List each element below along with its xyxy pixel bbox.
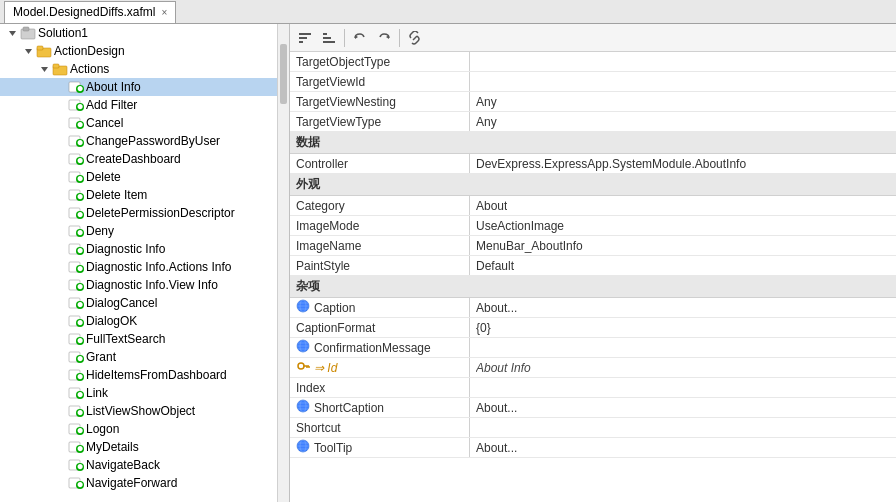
expand-icon-changepasswordbyuser[interactable] bbox=[52, 133, 68, 149]
tree-item-hideitemsfromdashboard[interactable]: ●HideItemsFromDashboard bbox=[0, 366, 277, 384]
sort-desc-button[interactable] bbox=[318, 27, 340, 49]
tree-item-changepasswordbyuser[interactable]: ●ChangePasswordByUser bbox=[0, 132, 277, 150]
expand-icon-diagnosticinfo[interactable] bbox=[52, 241, 68, 257]
prop-row-captionformat[interactable]: CaptionFormat{0} bbox=[290, 318, 896, 338]
tree-scroll-thumb[interactable] bbox=[280, 44, 287, 104]
prop-row-category[interactable]: CategoryAbout bbox=[290, 196, 896, 216]
expand-icon-actions[interactable] bbox=[36, 61, 52, 77]
expand-icon-createdashboard[interactable] bbox=[52, 151, 68, 167]
prop-row-shortcaption[interactable]: ShortCaptionAbout... bbox=[290, 398, 896, 418]
tree-item-navigateback[interactable]: ●NavigateBack bbox=[0, 456, 277, 474]
expand-icon-logon[interactable] bbox=[52, 421, 68, 437]
prop-row-imagename[interactable]: ImageNameMenuBar_AboutInfo bbox=[290, 236, 896, 256]
tree-item-aboutinfo[interactable]: ●About Info bbox=[0, 78, 277, 96]
tree-item-link[interactable]: ●Link bbox=[0, 384, 277, 402]
prop-value-imagemode[interactable]: UseActionImage bbox=[470, 216, 896, 235]
prop-value-paintstyle[interactable]: Default bbox=[470, 256, 896, 275]
prop-row-tooltip[interactable]: ToolTipAbout... bbox=[290, 438, 896, 458]
prop-name-targetobjecttype: TargetObjectType bbox=[290, 52, 470, 71]
expand-icon-actiondesign[interactable] bbox=[20, 43, 36, 59]
prop-value-imagename[interactable]: MenuBar_AboutInfo bbox=[470, 236, 896, 255]
expand-icon-grant[interactable] bbox=[52, 349, 68, 365]
undo-button[interactable] bbox=[349, 27, 371, 49]
expand-icon-fulltextsearch[interactable] bbox=[52, 331, 68, 347]
tree-item-deletepermissiondescriptor[interactable]: ●DeletePermissionDescriptor bbox=[0, 204, 277, 222]
tree-item-dialogcancel[interactable]: ●DialogCancel bbox=[0, 294, 277, 312]
prop-value-controller[interactable]: DevExpress.ExpressApp.SystemModule.About… bbox=[470, 154, 896, 173]
prop-value-targetviewid[interactable] bbox=[470, 72, 896, 91]
tree-item-actiondesign[interactable]: ActionDesign bbox=[0, 42, 277, 60]
tree-item-diagnosticinfo[interactable]: ●Diagnostic Info bbox=[0, 240, 277, 258]
tree-content[interactable]: Solution1ActionDesignActions●About Info●… bbox=[0, 24, 277, 502]
prop-row-id[interactable]: ⇒ IdAbout Info bbox=[290, 358, 896, 378]
tree-item-actions[interactable]: Actions bbox=[0, 60, 277, 78]
tree-item-deleteitem[interactable]: ●Delete Item bbox=[0, 186, 277, 204]
prop-row-shortcut[interactable]: Shortcut bbox=[290, 418, 896, 438]
expand-icon-link[interactable] bbox=[52, 385, 68, 401]
prop-row-caption[interactable]: CaptionAbout... bbox=[290, 298, 896, 318]
tree-item-deny[interactable]: ●Deny bbox=[0, 222, 277, 240]
expand-icon-mydetails[interactable] bbox=[52, 439, 68, 455]
tree-item-delete[interactable]: ●Delete bbox=[0, 168, 277, 186]
tab-close-button[interactable]: × bbox=[162, 7, 168, 18]
prop-row-imagemode[interactable]: ImageModeUseActionImage bbox=[290, 216, 896, 236]
prop-value-caption[interactable]: About... bbox=[470, 298, 896, 317]
expand-icon-aboutinfo[interactable] bbox=[52, 79, 68, 95]
link-button[interactable] bbox=[404, 27, 426, 49]
expand-icon-navigateforward[interactable] bbox=[52, 475, 68, 491]
prop-value-targetobjecttype[interactable] bbox=[470, 52, 896, 71]
tree-item-createdashboard[interactable]: ●CreateDashboard bbox=[0, 150, 277, 168]
expand-icon-cancel[interactable] bbox=[52, 115, 68, 131]
redo-button[interactable] bbox=[373, 27, 395, 49]
expand-icon-hideitemsfromdashboard[interactable] bbox=[52, 367, 68, 383]
prop-value-index[interactable] bbox=[470, 378, 896, 397]
tree-item-diagnosticinfo_view[interactable]: ●Diagnostic Info.View Info bbox=[0, 276, 277, 294]
prop-value-category[interactable]: About bbox=[470, 196, 896, 215]
node-icon-navigateback: ● bbox=[68, 457, 84, 473]
tree-item-dialogok[interactable]: ●DialogOK bbox=[0, 312, 277, 330]
expand-icon-dialogok[interactable] bbox=[52, 313, 68, 329]
tree-item-navigateforward[interactable]: ●NavigateForward bbox=[0, 474, 277, 492]
prop-value-tooltip[interactable]: About... bbox=[470, 438, 896, 457]
prop-value-confirmationmessage[interactable] bbox=[470, 338, 896, 357]
prop-value-captionformat[interactable]: {0} bbox=[470, 318, 896, 337]
expand-icon-addfilter[interactable] bbox=[52, 97, 68, 113]
expand-icon-diagnosticinfo_actions[interactable] bbox=[52, 259, 68, 275]
tree-item-fulltextsearch[interactable]: ●FullTextSearch bbox=[0, 330, 277, 348]
prop-value-targetviewnesting[interactable]: Any bbox=[470, 92, 896, 111]
tree-item-grant[interactable]: ●Grant bbox=[0, 348, 277, 366]
prop-row-targetobjecttype[interactable]: TargetObjectType bbox=[290, 52, 896, 72]
prop-row-confirmationmessage[interactable]: ConfirmationMessage bbox=[290, 338, 896, 358]
tree-panel: Solution1ActionDesignActions●About Info●… bbox=[0, 24, 290, 502]
expand-icon-deletepermissiondescriptor[interactable] bbox=[52, 205, 68, 221]
prop-value-shortcaption[interactable]: About... bbox=[470, 398, 896, 417]
tree-item-mydetails[interactable]: ●MyDetails bbox=[0, 438, 277, 456]
prop-row-index[interactable]: Index bbox=[290, 378, 896, 398]
props-table[interactable]: TargetObjectTypeTargetViewIdTargetViewNe… bbox=[290, 52, 896, 502]
sort-asc-button[interactable] bbox=[294, 27, 316, 49]
expand-icon-deleteitem[interactable] bbox=[52, 187, 68, 203]
tree-item-logon[interactable]: ●Logon bbox=[0, 420, 277, 438]
prop-row-targetviewnesting[interactable]: TargetViewNestingAny bbox=[290, 92, 896, 112]
tree-item-listviewshowobject[interactable]: ●ListViewShowObject bbox=[0, 402, 277, 420]
expand-icon-delete[interactable] bbox=[52, 169, 68, 185]
prop-value-targetviewtype[interactable]: Any bbox=[470, 112, 896, 131]
tree-item-diagnosticinfo_actions[interactable]: ●Diagnostic Info.Actions Info bbox=[0, 258, 277, 276]
prop-row-targetviewid[interactable]: TargetViewId bbox=[290, 72, 896, 92]
tree-scrollbar[interactable] bbox=[277, 24, 289, 502]
expand-icon-dialogcancel[interactable] bbox=[52, 295, 68, 311]
tree-item-cancel[interactable]: ●Cancel bbox=[0, 114, 277, 132]
expand-icon-listviewshowobject[interactable] bbox=[52, 403, 68, 419]
expand-icon-navigateback[interactable] bbox=[52, 457, 68, 473]
prop-row-paintstyle[interactable]: PaintStyleDefault bbox=[290, 256, 896, 276]
prop-row-targetviewtype[interactable]: TargetViewTypeAny bbox=[290, 112, 896, 132]
expand-icon-deny[interactable] bbox=[52, 223, 68, 239]
expand-icon-diagnosticinfo_view[interactable] bbox=[52, 277, 68, 293]
prop-value-id[interactable]: About Info bbox=[470, 358, 896, 377]
prop-value-shortcut[interactable] bbox=[470, 418, 896, 437]
tree-item-addfilter[interactable]: ●Add Filter bbox=[0, 96, 277, 114]
tree-item-solution1[interactable]: Solution1 bbox=[0, 24, 277, 42]
tab-model[interactable]: Model.DesignedDiffs.xafml × bbox=[4, 1, 176, 23]
prop-row-controller[interactable]: ControllerDevExpress.ExpressApp.SystemMo… bbox=[290, 154, 896, 174]
expand-icon-solution1[interactable] bbox=[4, 25, 20, 41]
